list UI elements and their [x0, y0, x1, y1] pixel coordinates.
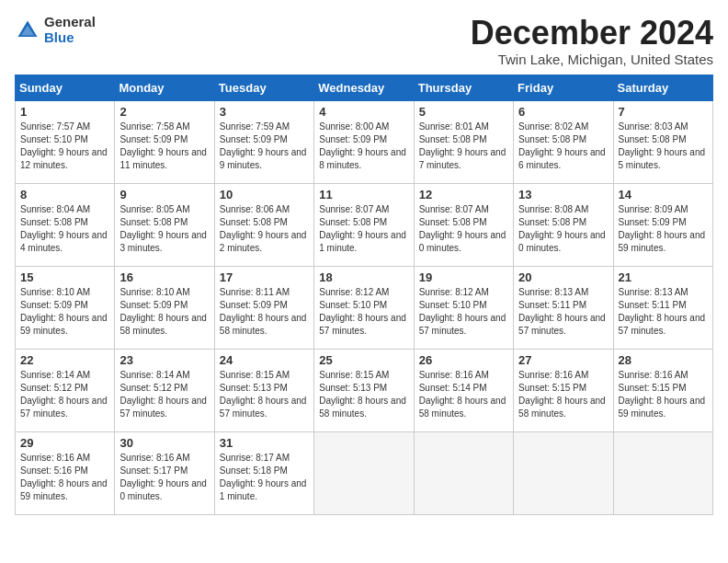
day-number: 1 — [20, 105, 109, 119]
day-info: Sunrise: 8:13 AMSunset: 5:11 PMDaylight:… — [619, 287, 706, 336]
day-number: 13 — [518, 188, 608, 201]
calendar-cell: 12 Sunrise: 8:07 AMSunset: 5:08 PMDaylig… — [414, 183, 513, 266]
calendar-cell: 6 Sunrise: 8:02 AMSunset: 5:08 PMDayligh… — [514, 100, 613, 183]
day-info: Sunrise: 8:14 AMSunset: 5:12 PMDaylight:… — [119, 370, 207, 419]
day-info: Sunrise: 8:15 AMSunset: 5:13 PMDaylight:… — [319, 370, 406, 419]
calendar-cell — [414, 431, 513, 514]
day-number: 2 — [119, 105, 209, 119]
calendar-cell: 8 Sunrise: 8:04 AMSunset: 5:08 PMDayligh… — [16, 183, 115, 266]
calendar-cell: 11 Sunrise: 8:07 AMSunset: 5:08 PMDaylig… — [314, 183, 414, 266]
calendar-cell: 30 Sunrise: 8:16 AMSunset: 5:17 PMDaylig… — [115, 431, 214, 514]
day-number: 14 — [619, 188, 708, 201]
day-number: 25 — [319, 353, 408, 367]
calendar-cell: 5 Sunrise: 8:01 AMSunset: 5:08 PMDayligh… — [414, 100, 513, 183]
calendar-cell — [514, 431, 613, 514]
day-info: Sunrise: 8:16 AMSunset: 5:14 PMDaylight:… — [419, 370, 506, 419]
day-number: 20 — [518, 270, 608, 284]
weekday-header-friday: Friday — [514, 75, 613, 100]
calendar-cell: 2 Sunrise: 7:58 AMSunset: 5:09 PMDayligh… — [115, 100, 214, 183]
calendar-title: December 2024 — [471, 15, 713, 52]
day-info: Sunrise: 8:03 AMSunset: 5:08 PMDaylight:… — [619, 121, 706, 170]
weekday-header-tuesday: Tuesday — [214, 75, 313, 100]
day-number: 31 — [220, 436, 309, 450]
calendar-cell: 9 Sunrise: 8:05 AMSunset: 5:08 PMDayligh… — [115, 183, 214, 266]
calendar-cell: 22 Sunrise: 8:14 AMSunset: 5:12 PMDaylig… — [16, 349, 115, 431]
calendar-subtitle: Twin Lake, Michigan, United States — [471, 52, 713, 67]
calendar-cell: 20 Sunrise: 8:13 AMSunset: 5:11 PMDaylig… — [514, 266, 613, 349]
calendar-cell: 27 Sunrise: 8:16 AMSunset: 5:15 PMDaylig… — [514, 349, 613, 431]
day-number: 3 — [220, 105, 309, 119]
logo-general-text: General — [44, 15, 96, 30]
day-info: Sunrise: 8:09 AMSunset: 5:09 PMDaylight:… — [619, 204, 706, 253]
logo: General Blue — [15, 15, 96, 45]
day-info: Sunrise: 8:07 AMSunset: 5:08 PMDaylight:… — [419, 204, 506, 253]
weekday-header-thursday: Thursday — [414, 75, 513, 100]
day-number: 8 — [20, 188, 109, 201]
day-info: Sunrise: 7:57 AMSunset: 5:10 PMDaylight:… — [20, 121, 108, 170]
calendar-cell — [613, 431, 712, 514]
day-info: Sunrise: 8:12 AMSunset: 5:10 PMDaylight:… — [419, 287, 506, 336]
calendar-cell: 24 Sunrise: 8:15 AMSunset: 5:13 PMDaylig… — [214, 349, 313, 431]
day-number: 6 — [518, 105, 608, 119]
calendar-cell: 21 Sunrise: 8:13 AMSunset: 5:11 PMDaylig… — [613, 266, 712, 349]
day-info: Sunrise: 8:16 AMSunset: 5:15 PMDaylight:… — [518, 370, 606, 419]
logo-blue-text: Blue — [44, 30, 96, 46]
day-info: Sunrise: 8:14 AMSunset: 5:12 PMDaylight:… — [20, 370, 108, 419]
day-info: Sunrise: 8:16 AMSunset: 5:15 PMDaylight:… — [619, 370, 706, 419]
day-number: 30 — [119, 436, 209, 450]
calendar-cell: 18 Sunrise: 8:12 AMSunset: 5:10 PMDaylig… — [314, 266, 414, 349]
day-info: Sunrise: 8:12 AMSunset: 5:10 PMDaylight:… — [319, 287, 406, 336]
weekday-header-wednesday: Wednesday — [314, 75, 414, 100]
day-number: 27 — [518, 353, 608, 367]
day-info: Sunrise: 8:08 AMSunset: 5:08 PMDaylight:… — [518, 204, 606, 253]
day-number: 29 — [20, 436, 109, 450]
calendar-cell: 14 Sunrise: 8:09 AMSunset: 5:09 PMDaylig… — [613, 183, 712, 266]
calendar-cell: 1 Sunrise: 7:57 AMSunset: 5:10 PMDayligh… — [16, 100, 115, 183]
day-number: 9 — [119, 188, 209, 201]
weekday-header-sunday: Sunday — [16, 75, 115, 100]
day-info: Sunrise: 8:10 AMSunset: 5:09 PMDaylight:… — [20, 287, 108, 336]
day-info: Sunrise: 8:02 AMSunset: 5:08 PMDaylight:… — [518, 121, 606, 170]
day-number: 28 — [619, 353, 708, 367]
weekday-header-row: SundayMondayTuesdayWednesdayThursdayFrid… — [16, 75, 713, 100]
calendar-cell: 23 Sunrise: 8:14 AMSunset: 5:12 PMDaylig… — [115, 349, 214, 431]
day-number: 26 — [419, 353, 508, 367]
logo-text: General Blue — [44, 15, 96, 45]
day-info: Sunrise: 7:59 AMSunset: 5:09 PMDaylight:… — [220, 121, 307, 170]
calendar-cell: 13 Sunrise: 8:08 AMSunset: 5:08 PMDaylig… — [514, 183, 613, 266]
header: General Blue December 2024 Twin Lake, Mi… — [15, 15, 713, 67]
day-number: 18 — [319, 270, 408, 284]
week-row-1: 1 Sunrise: 7:57 AMSunset: 5:10 PMDayligh… — [16, 100, 713, 183]
day-number: 11 — [319, 188, 408, 201]
day-info: Sunrise: 8:01 AMSunset: 5:08 PMDaylight:… — [419, 121, 506, 170]
day-number: 19 — [419, 270, 508, 284]
calendar-cell: 26 Sunrise: 8:16 AMSunset: 5:14 PMDaylig… — [414, 349, 513, 431]
logo-icon — [15, 17, 40, 43]
day-number: 22 — [20, 353, 109, 367]
day-info: Sunrise: 8:11 AMSunset: 5:09 PMDaylight:… — [220, 287, 307, 336]
day-number: 10 — [220, 188, 309, 201]
day-info: Sunrise: 8:05 AMSunset: 5:08 PMDaylight:… — [119, 204, 207, 253]
calendar-cell: 10 Sunrise: 8:06 AMSunset: 5:08 PMDaylig… — [214, 183, 313, 266]
day-info: Sunrise: 8:06 AMSunset: 5:08 PMDaylight:… — [220, 204, 307, 253]
day-info: Sunrise: 8:00 AMSunset: 5:09 PMDaylight:… — [319, 121, 406, 170]
calendar-cell: 28 Sunrise: 8:16 AMSunset: 5:15 PMDaylig… — [613, 349, 712, 431]
week-row-3: 15 Sunrise: 8:10 AMSunset: 5:09 PMDaylig… — [16, 266, 713, 349]
calendar-cell: 16 Sunrise: 8:10 AMSunset: 5:09 PMDaylig… — [115, 266, 214, 349]
day-info: Sunrise: 8:04 AMSunset: 5:08 PMDaylight:… — [20, 204, 108, 253]
day-number: 24 — [220, 353, 309, 367]
week-row-5: 29 Sunrise: 8:16 AMSunset: 5:16 PMDaylig… — [16, 431, 713, 514]
calendar-cell: 31 Sunrise: 8:17 AMSunset: 5:18 PMDaylig… — [214, 431, 313, 514]
day-number: 12 — [419, 188, 508, 201]
day-info: Sunrise: 8:10 AMSunset: 5:09 PMDaylight:… — [119, 287, 207, 336]
calendar-cell — [314, 431, 414, 514]
calendar-cell: 19 Sunrise: 8:12 AMSunset: 5:10 PMDaylig… — [414, 266, 513, 349]
calendar-cell: 29 Sunrise: 8:16 AMSunset: 5:16 PMDaylig… — [16, 431, 115, 514]
day-number: 23 — [119, 353, 209, 367]
day-number: 15 — [20, 270, 109, 284]
calendar-cell: 25 Sunrise: 8:15 AMSunset: 5:13 PMDaylig… — [314, 349, 414, 431]
day-number: 21 — [619, 270, 708, 284]
weekday-header-saturday: Saturday — [613, 75, 712, 100]
calendar-cell: 15 Sunrise: 8:10 AMSunset: 5:09 PMDaylig… — [16, 266, 115, 349]
calendar-table: SundayMondayTuesdayWednesdayThursdayFrid… — [15, 75, 713, 515]
